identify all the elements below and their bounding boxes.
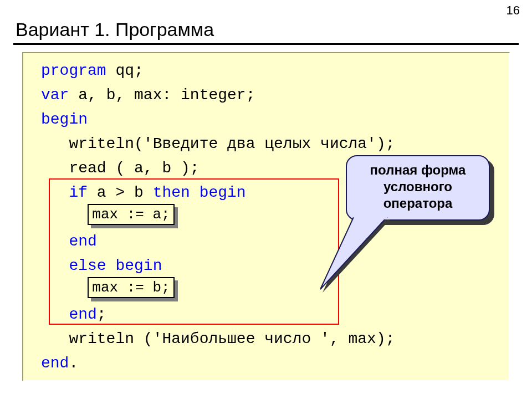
code-panel: program qq; var a, b, max: integer; begi… xyxy=(22,52,510,381)
snippet-b: max := b; xyxy=(88,277,175,298)
page-number: 16 xyxy=(507,3,520,18)
code-line-2: var a, b, max: integer; xyxy=(41,86,255,104)
code-line-1: program qq; xyxy=(41,62,144,79)
if-block-frame xyxy=(49,178,339,325)
code-line-13: end. xyxy=(41,355,78,372)
code-line-4: writeln('Введите два целых числа'); xyxy=(41,135,395,152)
callout-text: полная форма условного оператора xyxy=(370,162,466,211)
snippet-b-text: max := b; xyxy=(92,279,170,296)
title-rule xyxy=(13,43,519,45)
slide-title: Вариант 1. Программа xyxy=(16,19,214,40)
code-line-5: read ( a, b ); xyxy=(41,160,200,177)
code-line-3: begin xyxy=(41,111,88,128)
snippet-a: max := a; xyxy=(88,204,175,225)
snippet-a-text: max := a; xyxy=(92,206,170,223)
code-line-12: writeln ('Наибольшее число ', max); xyxy=(41,330,395,347)
callout-bubble: полная форма условного оператора xyxy=(346,155,490,221)
slide: 16 Вариант 1. Программа program qq; var … xyxy=(0,0,532,399)
